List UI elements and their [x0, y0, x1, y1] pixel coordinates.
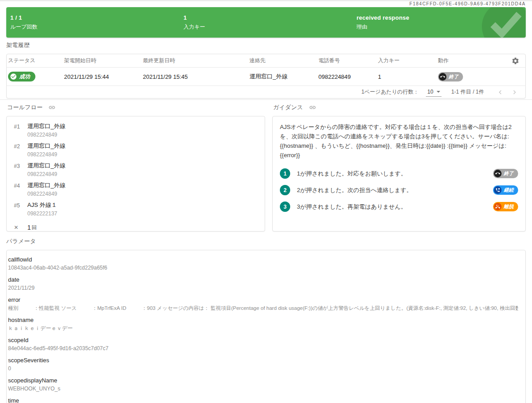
previous-page-button[interactable]	[493, 88, 507, 96]
parameter-entry: scopeSeverities 0	[8, 357, 518, 372]
parameter-value: 2021/11/29	[8, 285, 518, 291]
flow-item: #2 運用窓口_外線 0982224849	[7, 142, 265, 158]
parameter-entry: date 2021/11/29	[8, 276, 518, 291]
parameter-entry: time 15:40:15	[8, 397, 518, 403]
guidance-option: 1 1が押されました。対応をお願いします。 終了	[280, 168, 518, 179]
column-contact: 連絡先	[248, 57, 317, 64]
row-key-cell: 1	[377, 73, 437, 80]
row-contact-cell: 運用窓口_外線	[248, 73, 317, 81]
action-badge-label: 終了	[449, 73, 459, 80]
flow-item-phone: 0982224849	[27, 191, 65, 197]
stat-reason-value: received response	[356, 14, 526, 21]
link-icon[interactable]	[48, 104, 56, 111]
phone-forwarded-icon	[494, 186, 502, 194]
rows-per-page-label: 1ページあたりの行数：	[361, 88, 419, 96]
check-circle-icon	[9, 73, 17, 81]
flow-item-name: 運用窓口_外線	[27, 142, 65, 150]
call-end-icon	[494, 170, 502, 177]
flow-item-phone: 0982222137	[27, 210, 57, 217]
flow-repeat-row: ✕ 1 回	[7, 221, 265, 231]
parameter-value: WEBHOOK_UNYO_s	[8, 386, 518, 392]
flow-item-name: 運用窓口_外線	[27, 162, 65, 170]
flow-item-name: 運用窓口_外線	[27, 181, 65, 189]
guidance-column: ガイダンス AJSオペレータからの障害の連絡です。対応する場合は１を、次の担当者…	[272, 103, 526, 232]
flow-item-phone: 0982224849	[27, 132, 65, 138]
call-end-icon	[439, 73, 446, 81]
parameters-title: パラメータ	[6, 237, 526, 245]
next-page-button[interactable]	[507, 88, 522, 96]
column-key: 入力キー	[377, 57, 437, 64]
flow-item: #1 運用窓口_外線 0982224849	[7, 122, 265, 138]
guidance-options: 1 1が押されました。対応をお願いします。 終了 2 2が押されました。次の担当…	[280, 168, 518, 212]
action-badge-continue: 継続	[493, 185, 518, 195]
rows-per-page-select[interactable]: 10	[426, 88, 441, 97]
multiply-icon: ✕	[14, 224, 27, 231]
guidance-description: AJSオペレータからの障害の連絡です。対応する場合は１を、次の担当者へ回す場合は…	[280, 122, 518, 160]
column-start: 架電開始日時	[63, 57, 142, 64]
parameter-key: callflowId	[8, 256, 518, 263]
row-status-cell: 成功	[7, 72, 63, 81]
parameter-value: 種別 ：性能監視 ソース ：MpTrfExA ID ：903 メッセージの内容は…	[8, 305, 518, 311]
parameter-entry: callflowId 10843ac4-06ab-4042-a5ad-9fcd2…	[8, 256, 518, 271]
parameter-value: 0	[8, 365, 518, 372]
guidance-option-text: 3が押されました。再架電はありません。	[297, 203, 493, 211]
flow-item: #4 運用窓口_外線 0982224849	[7, 181, 265, 197]
parameter-entry: scopedisplayName WEBHOOK_UNYO_s	[8, 377, 518, 392]
flow-item-index: #3	[14, 162, 27, 177]
parameter-entry: scopeId 84e044ac-6ed5-495f-9d16-a2035c7d…	[8, 337, 518, 352]
stat-loop-count-label: ループ回数	[10, 23, 180, 31]
guidance-option-text: 2が押されました。次の担当へ連絡します。	[297, 186, 493, 194]
parameter-key: time	[8, 397, 518, 403]
gear-icon[interactable]	[511, 57, 519, 65]
status-badge-label: 成功	[19, 73, 30, 81]
stat-loop-count-value: 1 / 1	[10, 14, 180, 21]
parameters-card: callflowId 10843ac4-06ab-4042-a5ad-9fcd2…	[6, 250, 526, 403]
call-flow-card: #1 運用窓口_外線 0982224849 #2 運用窓口_外線 0982224…	[6, 116, 265, 232]
action-badge-label: 離脱	[504, 203, 514, 210]
parameter-key: error	[8, 296, 518, 303]
call-result-page: F184CFFD-0F5E-496D-9A69-4793F201DD4A 1 /…	[0, 0, 532, 403]
flow-item-phone: 0982224849	[27, 151, 65, 158]
parameter-key: date	[8, 276, 518, 283]
call-history-row: 成功 2021/11/29 15:44 2021/11/29 15:45 運用窓…	[7, 68, 525, 86]
row-phone-cell: 0982224849	[317, 73, 377, 80]
summary-banner: 1 / 1 ループ回数 1 入力キー received response 理由	[6, 7, 526, 38]
session-uuid: F184CFFD-0F5E-496D-9A69-4793F201DD4A	[0, 0, 532, 7]
guidance-header: ガイダンス	[273, 103, 526, 111]
parameter-value: ｋａｉｋｅｉデーｅｖデー	[8, 325, 518, 331]
column-action: 動作	[437, 57, 506, 64]
flow-item: #3 運用窓口_外線 0982224849	[7, 162, 265, 177]
flow-item: #5 AJS 外線１ 0982222137	[7, 201, 265, 217]
row-action-cell: 終了	[437, 72, 525, 81]
column-phone: 電話番号	[317, 57, 377, 64]
digit-circle: 2	[280, 185, 290, 195]
rows-per-page-value: 10	[427, 89, 433, 95]
call-flow-column: コールフロー #1 運用窓口_外線 0982224849 #2 運用窓口_外線	[6, 103, 265, 232]
call-history-table: ステータス 架電開始日時 最終更新日時 連絡先 電話番号 入力キー 動作 成功 …	[6, 54, 526, 99]
digit-circle: 3	[280, 202, 290, 212]
flow-guidance-columns: コールフロー #1 運用窓口_外線 0982224849 #2 運用窓口_外線	[6, 103, 526, 232]
flow-item-name: 運用窓口_外線	[27, 122, 65, 130]
row-start-cell: 2021/11/29 15:44	[63, 73, 142, 80]
section-divider	[0, 99, 532, 100]
action-badge-leave: 離脱	[493, 202, 518, 211]
stat-reason: received response 理由	[352, 14, 526, 31]
call-flow-title: コールフロー	[7, 103, 43, 111]
pagination-range: 1-1 件目 / 1件	[451, 88, 484, 96]
guidance-title: ガイダンス	[273, 103, 303, 111]
phone-missed-icon	[494, 203, 502, 210]
flow-repeat-unit: 回	[32, 224, 37, 231]
stat-reason-label: 理由	[356, 23, 526, 31]
flow-item-index: #5	[14, 201, 27, 217]
flow-item-phone: 0982224849	[27, 171, 65, 177]
parameter-key: scopeId	[8, 337, 518, 343]
flow-item-index: #4	[14, 181, 27, 197]
parameter-value: 84e044ac-6ed5-495f-9d16-a2035c7d07c7	[8, 345, 518, 352]
flow-item-name: AJS 外線１	[27, 201, 57, 209]
digit-circle: 1	[280, 168, 290, 179]
parameter-entry: hostname ｋａｉｋｅｉデーｅｖデー	[8, 317, 518, 331]
guidance-card: AJSオペレータからの障害の連絡です。対応する場合は１を、次の担当者へ回す場合は…	[272, 116, 526, 232]
guidance-option-text: 1が押されました。対応をお願いします。	[297, 170, 493, 178]
link-icon[interactable]	[309, 104, 316, 111]
stat-loop-count: 1 / 1 ループ回数	[6, 14, 180, 31]
